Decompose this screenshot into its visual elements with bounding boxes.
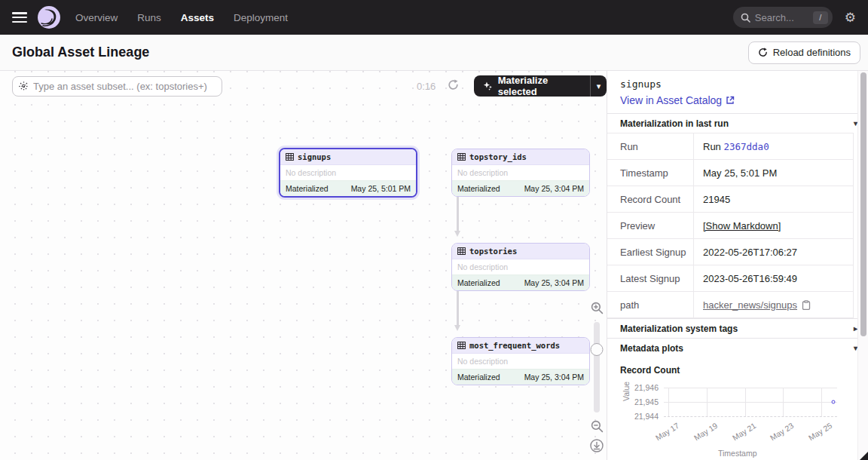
asset-name: topstories [469, 247, 517, 256]
search-placeholder: Search... [755, 12, 808, 23]
asset-status: Materialized [457, 184, 500, 193]
asset-node-topstories[interactable]: topstories No description Materialized M… [451, 243, 590, 291]
asset-detail-sidebar: signups View in Asset Catalog Materializ… [607, 71, 868, 460]
sidebar-scrollbar [857, 71, 868, 460]
nav-item-overview[interactable]: Overview [75, 12, 118, 23]
chart-title: Record Count [620, 365, 868, 376]
reload-icon [758, 48, 768, 57]
asset-status: Materialized [286, 184, 329, 193]
asset-name: most_frequent_words [469, 341, 560, 350]
x-tick-label: May 17 [654, 421, 681, 442]
asset-status: Materialized [457, 373, 500, 382]
x-tick-label: May 23 [769, 421, 796, 442]
zoom-slider[interactable] [594, 322, 600, 412]
materialization-detail-table: Run Run 2367dda0 Timestamp May 25, 5:01 … [607, 133, 854, 318]
detail-row-preview: Preview [Show Markdown] [607, 213, 853, 239]
materialize-selected-button[interactable]: Materialize selected [474, 75, 590, 97]
y-tick-label: 21,946 [634, 383, 664, 392]
asset-node-topstory-ids[interactable]: topstory_ids No description Materialized… [451, 149, 590, 197]
asset-description: No description [452, 259, 589, 274]
asset-description: No description [452, 165, 589, 180]
external-link-icon [726, 96, 735, 105]
asset-timestamp: May 25, 5:01 PM [351, 184, 411, 193]
section-metadata-plots[interactable]: Metadata plots ▾ [607, 338, 868, 357]
caret-down-icon: ▾ [597, 81, 601, 91]
asset-lineage-graph[interactable]: 0:16 Materialize selected ▾ [0, 71, 607, 460]
zoom-in-icon[interactable] [591, 302, 604, 314]
asset-node-signups[interactable]: signups No description Materialized May … [279, 148, 417, 198]
window-resize-handle[interactable] [860, 452, 868, 460]
asset-name: topstory_ids [469, 152, 527, 161]
record-count-chart: Record Count Value 21,94621,94521,944May… [607, 357, 868, 460]
zoom-slider-handle[interactable] [591, 343, 604, 356]
chart-data-point[interactable] [832, 400, 836, 404]
zoom-out-icon[interactable] [591, 420, 604, 433]
table-icon [457, 247, 466, 255]
run-id-link[interactable]: 2367dda0 [723, 141, 769, 152]
reload-definitions-button[interactable]: Reload definitions [748, 41, 860, 64]
x-tick-label: May 21 [730, 421, 757, 442]
path-link[interactable]: hacker_news/signups [703, 299, 797, 311]
copy-clipboard-icon[interactable] [802, 300, 811, 310]
asset-timestamp: May 25, 3:04 PM [524, 373, 584, 382]
show-markdown-link[interactable]: [Show Markdown] [703, 220, 781, 232]
sparkle-icon [483, 81, 493, 91]
x-tick-label: May 19 [692, 421, 720, 442]
asset-selector-icon [19, 81, 29, 91]
table-icon [286, 153, 294, 161]
detail-row-run: Run Run 2367dda0 [607, 133, 853, 160]
chart-x-axis-label: Timestamp [718, 449, 757, 458]
chart-y-axis-label: Value [622, 382, 631, 401]
hamburger-menu-icon[interactable] [12, 12, 27, 23]
detail-row-path: path hacker_news/signups [607, 292, 853, 318]
nav-item-deployment[interactable]: Deployment [234, 12, 288, 23]
detail-row-earliest-signup: Earliest Signup 2022-05-26T17:06:27 [607, 239, 853, 265]
materialize-selected-button-group: Materialize selected ▾ [474, 75, 607, 97]
section-materialization-system-tags[interactable]: Materialization system tags ▸ [607, 318, 868, 338]
settings-gear-icon[interactable]: ⚙ [845, 11, 856, 24]
y-tick-label: 21,945 [634, 397, 664, 406]
page-title: Global Asset Lineage [12, 44, 149, 60]
chart-plot-area[interactable]: 21,94621,94521,944May 17May 19May 21May … [664, 388, 837, 416]
nav-item-assets[interactable]: Assets [181, 12, 214, 23]
primary-nav: Overview Runs Assets Deployment [75, 12, 288, 23]
top-navbar: Overview Runs Assets Deployment Search..… [0, 0, 868, 35]
table-icon [457, 153, 466, 161]
graph-zoom-controls [588, 302, 606, 452]
search-shortcut-badge: / [813, 11, 828, 24]
materialize-options-caret[interactable]: ▾ [590, 75, 607, 97]
asset-status: Materialized [457, 278, 500, 287]
view-in-asset-catalog-link[interactable]: View in Asset Catalog [620, 94, 735, 106]
table-icon [457, 342, 466, 349]
detail-row-latest-signup: Latest Signup 2023-05-26T16:59:49 [607, 265, 853, 292]
asset-timestamp: May 25, 3:04 PM [524, 184, 584, 193]
asset-description: No description [280, 165, 416, 180]
sidebar-asset-name: signups [620, 78, 855, 90]
detail-row-timestamp: Timestamp May 25, 5:01 PM [607, 160, 853, 186]
asset-description: No description [452, 354, 589, 369]
edge-topstories-to-most-frequent-words [457, 287, 459, 325]
global-search-input[interactable]: Search... / [733, 7, 833, 28]
search-icon [741, 13, 750, 23]
recenter-graph-icon[interactable] [590, 439, 604, 452]
asset-timestamp: May 25, 3:04 PM [524, 278, 584, 287]
asset-subset-input-wrap [12, 76, 222, 97]
asset-name: signups [298, 152, 331, 161]
detail-row-record-count: Record Count 21945 [607, 186, 853, 213]
x-tick-label: May 25 [807, 421, 834, 442]
sidebar-scrollbar-thumb[interactable] [860, 72, 866, 336]
refresh-timer: 0:16 [417, 81, 436, 92]
asset-subset-input[interactable] [33, 81, 215, 92]
dagster-logo-icon[interactable] [38, 6, 60, 29]
nav-item-runs[interactable]: Runs [137, 12, 161, 23]
edge-topstory-ids-to-topstories [457, 193, 459, 231]
asset-node-most-frequent-words[interactable]: most_frequent_words No description Mater… [451, 337, 590, 385]
y-tick-label: 21,944 [634, 412, 664, 421]
refresh-icon[interactable] [448, 79, 459, 90]
section-materialization-in-last-run[interactable]: Materialization in last run ▾ [607, 113, 868, 133]
page-header: Global Asset Lineage Reload definitions [0, 35, 868, 71]
